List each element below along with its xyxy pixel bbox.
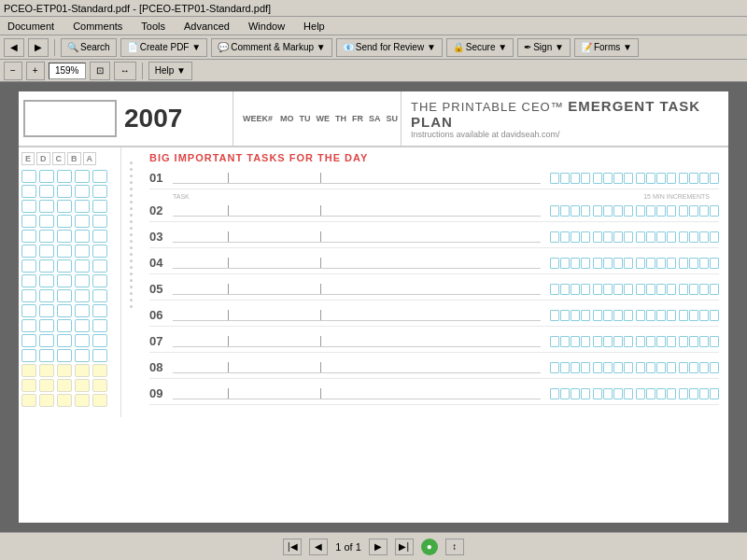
back-btn[interactable]: ◀ <box>4 38 24 57</box>
sidebar-box <box>75 319 90 332</box>
tick1 <box>228 362 229 372</box>
time-block <box>560 310 570 321</box>
time-block <box>679 310 688 321</box>
task-line-02 <box>173 205 541 217</box>
time-label: 15 MIN INCREMENTS <box>643 193 710 200</box>
task-num-02: 02 <box>149 203 173 217</box>
sidebar-box <box>39 274 54 287</box>
time-block <box>560 284 570 295</box>
status-bar: |◀ ◀ 1 of 1 ▶ ▶| ● ↕ <box>0 532 747 560</box>
sidebar-box <box>21 289 36 302</box>
fit-width-btn[interactable]: ↔ <box>114 62 136 80</box>
time-blocks-09 <box>550 388 719 399</box>
time-block <box>593 336 602 347</box>
fit-page-btn[interactable]: ⊡ <box>90 62 110 80</box>
tick2 <box>320 388 321 399</box>
day-mo: MO <box>280 114 294 123</box>
time-block <box>636 362 645 373</box>
time-block <box>710 231 719 243</box>
sidebar-box-highlight <box>21 379 36 392</box>
time-block-group <box>636 284 676 295</box>
first-page-btn[interactable]: |◀ <box>283 539 302 555</box>
scroll-btn[interactable]: ↕ <box>445 539 464 555</box>
time-block <box>613 173 623 184</box>
dot <box>130 240 133 243</box>
time-blocks-07 <box>550 336 719 347</box>
sidebar-col-3 <box>57 170 72 407</box>
sidebar-box <box>21 334 36 347</box>
time-block-group <box>636 258 676 269</box>
sidebar-box <box>39 289 54 302</box>
time-block <box>571 388 580 399</box>
time-block <box>571 231 580 243</box>
dot <box>130 233 133 236</box>
forms-btn[interactable]: 📝 Forms ▼ <box>574 38 639 57</box>
week-row: WEEK# MO TU WE TH FR SA SU <box>243 114 391 123</box>
menu-help[interactable]: Help <box>300 19 329 34</box>
tick1 <box>228 336 229 346</box>
sidebar-box <box>92 185 107 198</box>
time-block <box>667 258 676 269</box>
zoom-in-btn[interactable]: + <box>26 62 45 80</box>
sidebar-box <box>92 259 107 273</box>
time-block <box>710 362 719 373</box>
menu-advanced[interactable]: Advanced <box>180 19 233 34</box>
time-block <box>710 336 719 347</box>
time-block <box>613 388 623 399</box>
comment-btn[interactable]: 💬 Comment & Markup ▼ <box>211 38 332 57</box>
sidebar-box <box>21 200 36 213</box>
time-block <box>624 173 633 184</box>
prev-page-btn[interactable]: ◀ <box>309 539 328 555</box>
menu-bar: Document Comments Tools Advanced Window … <box>0 17 747 35</box>
last-page-btn[interactable]: ▶| <box>395 539 414 555</box>
next-page-btn[interactable]: ▶ <box>369 539 388 555</box>
time-block <box>560 362 570 373</box>
pdf-wrapper[interactable]: 2007 WEEK# MO TU WE TH FR SA SU <box>0 82 747 532</box>
time-block <box>603 173 613 184</box>
menu-comments[interactable]: Comments <box>69 19 126 34</box>
time-block <box>646 258 655 269</box>
time-block <box>571 258 580 269</box>
time-block <box>593 205 602 217</box>
task-label: TASK <box>173 193 643 200</box>
time-block <box>710 205 719 217</box>
week-label: WEEK# <box>243 114 273 123</box>
sign-btn[interactable]: ✒ Sign ▼ <box>517 38 571 57</box>
menu-tools[interactable]: Tools <box>137 19 169 34</box>
time-blocks-02 <box>550 205 719 217</box>
tick2 <box>320 310 321 320</box>
time-block <box>581 173 590 184</box>
time-block <box>550 231 559 243</box>
sidebar-box <box>57 245 72 258</box>
sidebar-box-highlight <box>39 379 54 392</box>
dot <box>130 273 133 275</box>
time-block <box>667 310 676 321</box>
week-section: WEEK# MO TU WE TH FR SA SU <box>233 91 402 146</box>
create-pdf-btn[interactable]: 📄 Create PDF ▼ <box>120 38 207 57</box>
zoom-input[interactable] <box>49 63 86 79</box>
menu-window[interactable]: Window <box>245 19 289 34</box>
sidebar-box-highlight <box>92 379 107 392</box>
dot <box>130 299 133 301</box>
forward-btn[interactable]: ▶ <box>28 38 49 57</box>
menu-document[interactable]: Document <box>4 19 58 34</box>
time-block <box>550 258 559 269</box>
green-circle-btn[interactable]: ● <box>421 539 438 555</box>
zoom-out-btn[interactable]: − <box>4 62 22 80</box>
sidebar-box <box>39 334 54 347</box>
tick1 <box>228 258 229 268</box>
time-block-group <box>636 310 676 321</box>
time-block <box>689 310 698 321</box>
send-review-btn[interactable]: 📧 Send for Review ▼ <box>336 38 443 57</box>
time-block-group <box>679 173 719 184</box>
tab-c: C <box>52 152 66 165</box>
dot <box>130 214 133 217</box>
search-btn[interactable]: 🔍 Search <box>61 38 117 57</box>
help-btn[interactable]: Help ▼ <box>148 62 192 80</box>
sidebar-box-highlight <box>39 394 54 407</box>
secure-btn[interactable]: 🔒 Secure ▼ <box>446 38 514 57</box>
sidebar-box <box>75 200 90 213</box>
time-block <box>646 388 655 399</box>
sidebar-col-1 <box>21 170 36 407</box>
time-block <box>613 362 623 373</box>
